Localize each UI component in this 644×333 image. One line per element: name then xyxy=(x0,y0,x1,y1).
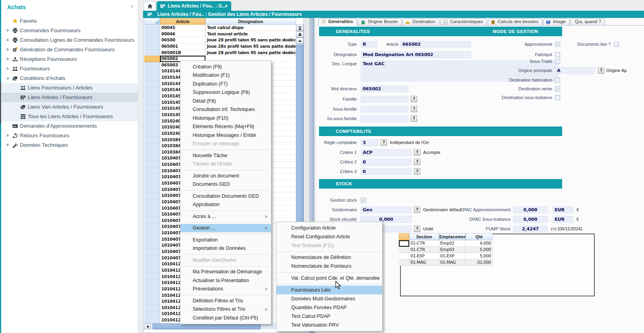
row-selector-cell[interactable] xyxy=(144,81,160,87)
menu-item-s-lections-filtres-et-tris[interactable]: Sélections Filtres et Tris> xyxy=(180,305,271,314)
tab-destination[interactable]: Destination xyxy=(402,18,439,25)
row-selector-cell[interactable] xyxy=(144,112,160,118)
chevron-right-icon[interactable]: > xyxy=(5,64,10,74)
table-row[interactable]: 06500Joue 28 profil talon 95 sans patte … xyxy=(144,37,296,43)
menu-item-actualiser-la-pr-sentation[interactable]: Actualiser la Présentation xyxy=(180,276,271,285)
row-selector-cell[interactable] xyxy=(144,143,160,149)
article-cell[interactable]: 065001B xyxy=(160,50,205,56)
sous-famille-field[interactable] xyxy=(361,106,408,113)
stock-table-header[interactable]: Section xyxy=(409,233,439,240)
approvisionne-checkbox[interactable]: ✓ xyxy=(555,42,560,47)
sidebar-item-fournisseurs[interactable]: >Fournisseurs xyxy=(2,64,138,74)
dpac-st-field[interactable]: 0,000 xyxy=(513,216,547,223)
chevron-right-icon[interactable]: > xyxy=(5,140,10,150)
row-selector-cell[interactable] xyxy=(144,280,160,286)
mot-directeur-field[interactable]: 065002 xyxy=(361,86,408,92)
menu-item-joindre-un-document[interactable]: Joindre un document xyxy=(180,171,271,180)
menu-item-historique-f10[interactable]: Historique (F10) xyxy=(180,114,271,123)
row-selector-cell[interactable] xyxy=(144,74,160,81)
scroll-pageup-button[interactable] xyxy=(296,31,304,37)
row-selector-cell[interactable] xyxy=(144,99,160,106)
home-tab[interactable] xyxy=(144,1,156,11)
menu-item-nomenclature-de-pointeurs[interactable]: Nomenclature de Pointeurs xyxy=(277,262,382,271)
chevron-right-icon[interactable]: > xyxy=(5,26,10,35)
menu-item-pr-sentations[interactable]: Présentations> xyxy=(180,285,271,294)
row-selector-cell[interactable] xyxy=(144,211,160,218)
chevron-right-icon[interactable]: > xyxy=(5,35,10,45)
row-selector-cell[interactable] xyxy=(144,118,160,125)
menu-item-nouvelle-t-che[interactable]: Nouvelle Tâche xyxy=(180,151,271,160)
menu-item-d-finition-filtres-et-tris[interactable]: Définition Filtres et Tris xyxy=(180,296,271,305)
table-row[interactable]: 065001BJoue 28 profil talon 95 sans patt… xyxy=(144,50,296,56)
row-selector-cell[interactable] xyxy=(144,155,160,162)
sidebar-item-r-ceptions-fournisseurs[interactable]: >Réceptions Fournisseurs xyxy=(2,55,138,64)
sidebar-item-favoris[interactable]: Favoris xyxy=(2,16,138,26)
designation-cell[interactable]: Test calcul dispo xyxy=(205,25,296,31)
article-cell[interactable]: 00046 xyxy=(160,31,205,37)
gestion-stock-checkbox[interactable]: ✓ xyxy=(361,198,366,203)
destination-fabrication-checkbox[interactable] xyxy=(555,78,560,83)
row-selector-cell[interactable] xyxy=(144,124,160,130)
menu-item-test-valorisation-prv[interactable]: Test Valorisation PRV xyxy=(277,321,382,329)
article-cell[interactable]: 00045 xyxy=(160,25,205,31)
chevron-down-icon[interactable]: > xyxy=(3,76,12,81)
menu-item-val-calcul-point-cde-et-qt-demand-e[interactable]: Val. Calcul point Cde. et Qté. demandée xyxy=(277,274,382,282)
row-selector-cell[interactable] xyxy=(144,286,160,292)
table-row[interactable]: 065001Joue 28x profil talon 95 sans patt… xyxy=(144,43,296,50)
row-selector-cell[interactable] xyxy=(144,255,160,261)
row-selector-cell[interactable] xyxy=(144,187,160,193)
menu-item-quantit-s-forc-es-pdap[interactable]: Quantités Forcées PDAP xyxy=(277,303,382,312)
regle-help-button[interactable]: ? xyxy=(381,139,387,146)
menu-item-d-tail-f8[interactable]: Détail (F8) xyxy=(180,97,271,105)
menu-item-el-ments-r-cents-maj-f8[interactable]: Eléments Récents (Maj+F8) xyxy=(180,123,271,131)
row-selector-cell[interactable] xyxy=(144,174,160,180)
documents-lies-checkbox[interactable] xyxy=(614,42,619,47)
row-selector-cell[interactable] xyxy=(144,292,160,299)
menu-item-acc-s[interactable]: Accès à ...> xyxy=(180,212,271,221)
sidebar-item-consultation-lignes-de-commandes-fournisseurs[interactable]: >Consultation Lignes de Commandes Fourni… xyxy=(2,35,138,45)
dpac-appro-field[interactable]: 0,000 xyxy=(513,206,547,213)
tab-liens-articles-fournisseurs[interactable]: Liens Articles / Fou.. : G... × xyxy=(157,1,231,11)
tab-g-n-ralit-s[interactable]: Généralités xyxy=(318,18,357,25)
gestionnaire-field[interactable]: Gen xyxy=(361,206,412,213)
menu-item-suppression-logique-f6[interactable]: Suppression Logique (F6) xyxy=(180,88,271,97)
menu-item-donn-es-multi-gestionnaires[interactable]: Données Multi-Gestionnaires xyxy=(277,294,382,303)
row-selector-cell[interactable] xyxy=(144,149,160,156)
row-selector-cell[interactable] xyxy=(144,130,160,137)
row-selector-cell[interactable] xyxy=(144,31,160,37)
dpac-appro-currency-field[interactable]: EUR xyxy=(553,206,573,213)
sidebar-item-conditions-d-achats[interactable]: >Conditions d'Achats xyxy=(2,74,138,83)
critere2-field[interactable]: 0 xyxy=(361,159,412,166)
menu-item-historique-messages-entit[interactable]: Historique Messages / Entité xyxy=(180,131,271,140)
sidebar-item-demandes-d-approvisionnements[interactable]: Demandes d'Approvisionnements xyxy=(2,121,138,131)
sidebar-item-liens-vari-articles-fournisseurs[interactable]: Liens Vari-Articles / Fournisseurs xyxy=(2,102,138,112)
sidebar-item-retours-fournisseurs[interactable]: >Retours Fournisseurs xyxy=(2,131,138,140)
tab-origine-besoin[interactable]: Origine Besoin xyxy=(358,18,402,25)
menu-item-fournisseurs-li-s[interactable]: Fournisseurs Liés xyxy=(277,286,382,294)
tab-caract-ristiques[interactable]: xCaractéristiques xyxy=(440,18,487,25)
type-field[interactable]: R xyxy=(361,41,377,48)
regle-comptable-field[interactable]: 3 xyxy=(361,139,379,146)
destination-vente-checkbox[interactable]: ✓ xyxy=(555,86,560,92)
row-selector-cell[interactable] xyxy=(144,168,160,174)
ss-sous-famille-help-button[interactable]: ? xyxy=(411,115,417,122)
sidebar-close-icon[interactable]: × xyxy=(131,3,134,10)
row-selector-cell[interactable] xyxy=(144,62,160,68)
row-selector-cell[interactable] xyxy=(144,105,160,112)
sidebar-item-liens-fournisseurs-articles[interactable]: Liens Fournisseurs / Articles xyxy=(2,83,138,93)
designation-cell[interactable]: Test nouvel article xyxy=(205,31,296,37)
row-selector-cell[interactable] xyxy=(144,218,160,224)
critere1-help-button[interactable]: ? xyxy=(414,149,420,156)
chevron-right-icon[interactable]: > xyxy=(5,55,10,64)
stock-row-selector[interactable] xyxy=(399,259,409,266)
dpac-st-currency-field[interactable]: EUR xyxy=(553,216,573,223)
row-selector-cell[interactable] xyxy=(144,199,160,205)
sidebar-item-commandes-fournisseurs[interactable]: >Commandes Fournisseurs xyxy=(2,26,138,35)
row-selector-cell[interactable] xyxy=(144,37,160,43)
row-selector-cell[interactable] xyxy=(144,205,160,212)
sidebar-item-g-n-ration-de-commandes-fournisseurs[interactable]: >Génération de Commandes Fournisseurs xyxy=(2,45,138,55)
row-selector-cell[interactable] xyxy=(144,249,160,255)
row-selector-cell[interactable] xyxy=(144,267,160,274)
sous-traite-checkbox[interactable] xyxy=(555,59,560,64)
row-selector-cell[interactable] xyxy=(144,68,160,74)
